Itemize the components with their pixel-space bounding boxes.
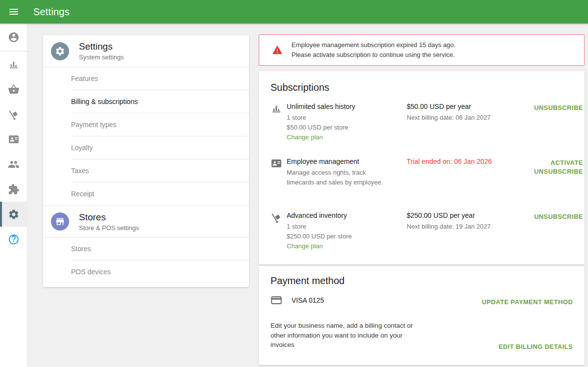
bar-chart-icon — [8, 58, 20, 70]
bar-chart-icon — [270, 102, 287, 114]
credit-card-icon — [270, 294, 282, 306]
stores-section-titles: Stores Store & POS settings — [79, 212, 139, 232]
alert-text: Employee management subscription expired… — [292, 40, 456, 60]
activate-button[interactable]: ACTIVATE — [550, 159, 583, 166]
subscription-description: Manage access rights, track timecards an… — [287, 168, 392, 187]
nav-item-payment-types[interactable]: Payment types — [43, 113, 249, 136]
sidebar-item-settings[interactable] — [0, 202, 27, 227]
sidebar-item-apps[interactable] — [0, 177, 27, 202]
subscriptions-card: Subscriptions Unlimited sales history 1 … — [259, 71, 585, 264]
subscription-name: Advanced inventory — [287, 211, 407, 220]
subscription-actions: UNSUBSCRIBE — [534, 102, 583, 112]
hand-truck-icon — [270, 211, 287, 223]
subscription-billing: $250.00 USD per year Next billing date: … — [407, 211, 534, 232]
settings-section-titles: Settings System settings — [79, 41, 124, 61]
billing-details-note: Edit your business name, add a billing c… — [270, 321, 426, 350]
change-plan-link[interactable]: Change plan — [287, 132, 407, 142]
subscription-name: Employee management — [287, 157, 407, 166]
settings-section-header: Settings System settings — [43, 35, 249, 67]
subscription-row-advanced-inventory: Advanced inventory 1 store $250.00 USD p… — [270, 211, 576, 251]
unsubscribe-button[interactable]: UNSUBSCRIBE — [534, 104, 583, 111]
subscription-actions: UNSUBSCRIBE — [534, 211, 583, 221]
account-circle-icon — [8, 31, 20, 43]
section-title: Stores — [79, 212, 139, 223]
sidebar-item-account[interactable] — [0, 24, 27, 52]
stores-avatar — [51, 212, 69, 231]
section-subtitle: System settings — [79, 53, 124, 61]
payment-method-card: Payment method VISA 0125 UPDATE PAYMENT … — [259, 266, 585, 365]
contact-card-icon — [8, 133, 20, 145]
page-title: Settings — [33, 6, 70, 18]
billing-amount: $250.00 USD per year — [407, 211, 534, 220]
hand-truck-icon — [8, 108, 20, 120]
subscription-billing: $50.00 USD per year Next billing date: 0… — [407, 102, 534, 123]
sidebar-item-reports[interactable] — [0, 52, 27, 77]
alert-line-1: Employee management subscription expired… — [292, 40, 456, 50]
subscription-actions: ACTIVATE UNSUBSCRIBE — [534, 157, 583, 176]
subscription-billing: Trial ended on: 06 Jan 2026 — [407, 157, 534, 166]
billing-amount: $50.00 USD per year — [407, 102, 534, 111]
subscription-name: Unlimited sales history — [287, 102, 407, 111]
store-icon — [55, 216, 65, 227]
sidebar-item-employees[interactable] — [0, 127, 27, 152]
app-header: Settings — [0, 0, 588, 24]
settings-avatar — [51, 42, 69, 60]
subscription-stores: 1 store — [287, 222, 407, 232]
subscription-info: Employee management Manage access rights… — [287, 157, 407, 187]
next-billing-date: Next billing date: 19 Jan 2027 — [407, 222, 534, 232]
section-title: Settings — [79, 41, 124, 52]
subscription-row-employee-management: Employee management Manage access rights… — [270, 157, 576, 187]
nav-item-stores[interactable]: Stores — [43, 237, 249, 261]
unsubscribe-button[interactable]: UNSUBSCRIBE — [534, 168, 583, 175]
stores-section-header: Stores Store & POS settings — [43, 206, 249, 237]
settings-nav-card: Settings System settings Features Billin… — [43, 35, 249, 287]
menu-hamburger-icon[interactable] — [0, 0, 27, 24]
card-number-label: VISA 0125 — [292, 296, 324, 304]
nav-item-taxes[interactable]: Taxes — [43, 159, 249, 183]
contact-card-icon — [270, 157, 287, 169]
subscription-stores: 1 store — [287, 113, 407, 123]
change-plan-link[interactable]: Change plan — [287, 241, 407, 251]
warning-icon — [272, 45, 283, 55]
icon-rail — [0, 24, 27, 367]
next-billing-date: Next billing date: 06 Jan 2027 — [407, 113, 534, 123]
subscription-row-unlimited-sales-history: Unlimited sales history 1 store $50.00 U… — [270, 102, 576, 142]
sidebar-item-help[interactable] — [0, 227, 27, 252]
subscription-info: Advanced inventory 1 store $250.00 USD p… — [287, 211, 407, 251]
trial-ended-status: Trial ended on: 06 Jan 2026 — [407, 157, 534, 166]
sidebar-item-customers[interactable] — [0, 152, 27, 177]
subscriptions-title: Subscriptions — [270, 82, 329, 93]
unsubscribe-button[interactable]: UNSUBSCRIBE — [534, 213, 583, 220]
payment-card-row: VISA 0125 — [270, 294, 324, 306]
help-icon — [8, 234, 20, 245]
gear-icon — [8, 209, 20, 220]
sidebar-item-items[interactable] — [0, 77, 27, 102]
gear-icon — [55, 46, 65, 56]
subscription-expired-alert: Employee management subscription expired… — [259, 34, 585, 66]
nav-item-loyalty[interactable]: Loyalty — [43, 136, 249, 159]
subscription-price-per-store: $250.00 USD per store — [287, 232, 407, 241]
nav-item-pos-devices[interactable]: POS devices — [43, 261, 249, 284]
nav-item-receipt[interactable]: Receipt — [43, 183, 249, 206]
people-icon — [8, 158, 20, 170]
payment-method-title: Payment method — [270, 275, 344, 287]
update-payment-method-button[interactable]: UPDATE PAYMENT METHOD — [482, 298, 573, 306]
nav-item-billing-subscriptions[interactable]: Billing & subscriptions — [43, 90, 249, 113]
sidebar-item-inventory[interactable] — [0, 102, 27, 127]
alert-line-2: Please activate subscription to continue… — [292, 50, 456, 60]
basket-icon — [8, 83, 20, 95]
nav-item-features[interactable]: Features — [43, 67, 249, 90]
subscription-info: Unlimited sales history 1 store $50.00 U… — [287, 102, 407, 142]
edit-billing-details-button[interactable]: EDIT BILLING DETAILS — [499, 343, 573, 350]
puzzle-icon — [8, 184, 20, 195]
section-subtitle: Store & POS settings — [79, 224, 139, 232]
subscription-price-per-store: $50.00 USD per store — [287, 123, 407, 132]
